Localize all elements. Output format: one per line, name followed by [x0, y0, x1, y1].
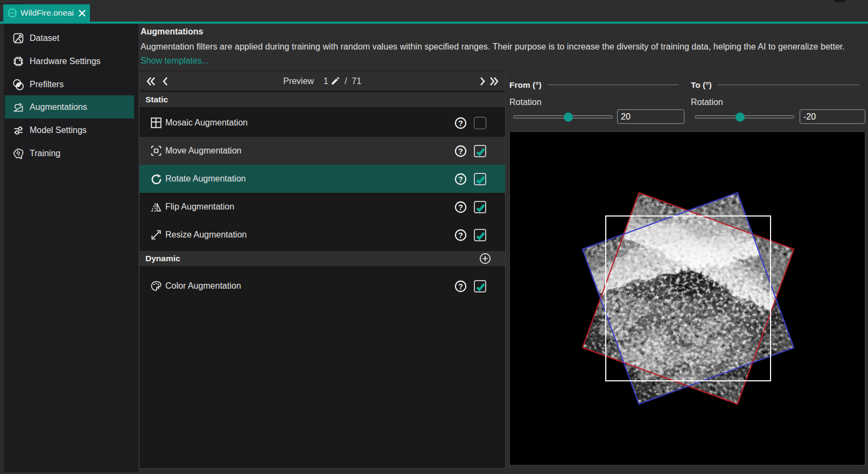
svg-text:?: ?: [458, 119, 463, 128]
svg-text:?: ?: [458, 203, 463, 212]
svg-text:AI: AI: [10, 10, 15, 16]
svg-text:?: ?: [458, 175, 463, 184]
svg-text:?: ?: [458, 282, 463, 291]
svg-text:?: ?: [458, 231, 463, 240]
svg-text:?: ?: [458, 147, 463, 156]
